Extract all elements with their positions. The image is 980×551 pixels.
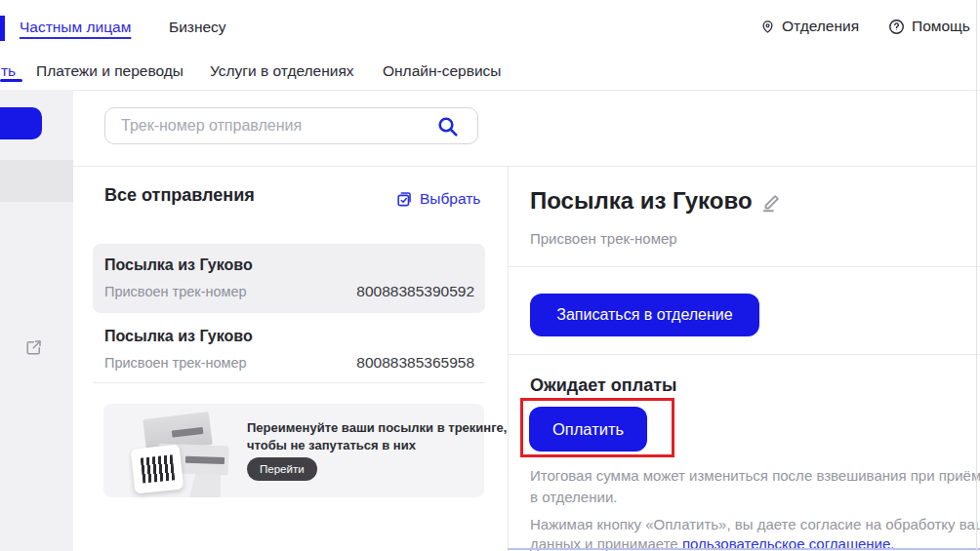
barcode-icon — [141, 454, 176, 483]
shipment-track-number: 80088385365958 — [356, 354, 474, 372]
panel-divider — [508, 166, 509, 551]
awaiting-payment-heading: Ожидает оплаты — [530, 375, 676, 396]
detail-divider — [509, 266, 980, 267]
logo-fragment — [0, 16, 5, 41]
promo-go-button[interactable]: Перейти — [247, 457, 317, 481]
secondary-nav: ть Платежи и переводы Услуги в отделения… — [0, 51, 980, 91]
question-circle-icon — [888, 19, 905, 35]
payment-note-line1: Итоговая сумма может измениться после вз… — [530, 467, 980, 484]
detail-divider — [508, 354, 980, 355]
pay-button[interactable]: Оплатить — [529, 407, 647, 452]
tab-branch-services[interactable]: Услуги в отделениях — [210, 62, 354, 80]
select-shipments-label: Выбрать — [420, 190, 480, 208]
list-divider — [93, 382, 485, 383]
top-header: Частным лицам Бизнесу Отделения Помощь — [0, 0, 980, 52]
shipment-list-item[interactable]: Посылка из Гуково Присвоен трек-номер 80… — [93, 315, 485, 384]
parcels-illustration — [123, 408, 240, 497]
tracking-page: Частным лицам Бизнесу Отделения Помощь т… — [0, 0, 980, 551]
rail-selected-item-cutoff[interactable] — [0, 160, 73, 202]
tab-payments[interactable]: Платежи и переводы — [36, 62, 184, 80]
content-top-divider — [73, 166, 976, 167]
shipment-status: Присвоен трек-номер — [104, 284, 247, 299]
search-icon[interactable] — [436, 114, 462, 138]
detail-status: Присвоен трек-номер — [530, 230, 677, 247]
nav-private-persons[interactable]: Частным лицам — [20, 19, 131, 36]
shipment-name: Посылка из Гуково — [104, 256, 253, 274]
multi-select-icon — [395, 189, 414, 208]
payment-note-line2: в отделении. — [530, 489, 617, 505]
shipment-list-item[interactable]: Посылка из Гуково Присвоен трек-номер 80… — [93, 244, 485, 313]
nav-branches-label: Отделения — [782, 18, 859, 35]
rename-promo-banner[interactable]: Переименуйте ваши посылки в трекинге, чт… — [103, 404, 484, 497]
nav-branches[interactable]: Отделения — [760, 18, 859, 35]
promo-text-line2: чтобы не запутаться в них — [247, 438, 416, 453]
shipment-status: Присвоен трек-номер — [104, 355, 247, 371]
rail-primary-button-cutoff[interactable] — [0, 107, 42, 139]
select-shipments-button[interactable]: Выбрать — [395, 189, 480, 208]
search-input[interactable] — [104, 107, 478, 144]
nav-business[interactable]: Бизнесу — [169, 19, 226, 36]
nav-help-label: Помощь — [912, 18, 970, 35]
promo-text-line1: Переименуйте ваши посылки в трекинге, — [247, 420, 507, 435]
shipment-name: Посылка из Гуково — [104, 328, 253, 345]
detail-title: Посылка из Гуково — [530, 187, 753, 215]
edit-pencil-icon[interactable] — [760, 192, 782, 214]
left-rail — [0, 90, 73, 551]
shipments-title: Все отправления — [104, 185, 255, 206]
consent-line1: Нажимая кнопку «Оплатить», вы даете согл… — [530, 516, 980, 532]
external-link-icon[interactable] — [25, 338, 43, 356]
active-tab-underline — [0, 79, 22, 82]
tab-online-services[interactable]: Онлайн-сервисы — [383, 62, 501, 80]
location-pin-icon — [760, 19, 775, 35]
nav-help[interactable]: Помощь — [888, 18, 970, 35]
shipment-track-number: 80088385390592 — [356, 283, 474, 300]
tab-send-cutoff[interactable]: ть — [1, 62, 16, 80]
bottom-accent-line — [508, 548, 980, 550]
book-branch-visit-button[interactable]: Записаться в отделение — [530, 294, 759, 336]
window-edge-line — [976, 0, 977, 551]
